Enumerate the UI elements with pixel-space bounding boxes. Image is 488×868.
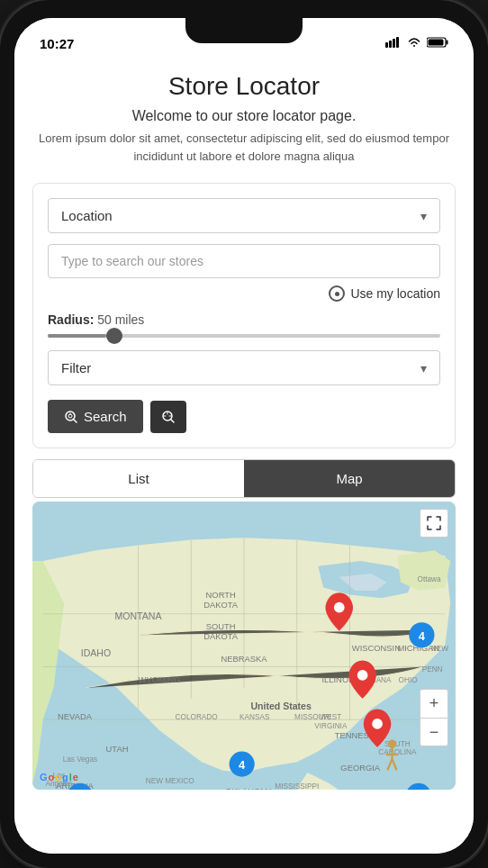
google-g2: g bbox=[62, 772, 68, 782]
map-container[interactable]: MONTANA NORTH DAKOTA SOUTH DAKOTA IDAHO … bbox=[32, 502, 456, 790]
svg-text:MISSISSIPPI: MISSISSIPPI bbox=[275, 782, 319, 790]
radius-slider[interactable] bbox=[48, 334, 440, 338]
svg-text:GEORGIA: GEORGIA bbox=[340, 763, 381, 773]
map-svg: MONTANA NORTH DAKOTA SOUTH DAKOTA IDAHO … bbox=[32, 502, 456, 790]
zoom-in-button[interactable]: + bbox=[420, 689, 448, 718]
page-subtitle: Welcome to our store locator page. bbox=[36, 108, 452, 124]
google-e: e bbox=[73, 772, 78, 782]
page-title: Store Locator bbox=[36, 72, 452, 101]
svg-text:NEBRASKA: NEBRASKA bbox=[221, 654, 267, 664]
filter-dropdown-arrow-icon: ▾ bbox=[420, 361, 427, 375]
map-pin-michigan: 4 bbox=[409, 622, 434, 647]
svg-text:WYOMING: WYOMING bbox=[139, 674, 181, 684]
svg-text:OHIO: OHIO bbox=[399, 676, 418, 684]
svg-line-8 bbox=[74, 420, 77, 422]
svg-point-70 bbox=[357, 670, 368, 681]
expand-icon bbox=[427, 516, 441, 530]
svg-text:Ottawa: Ottawa bbox=[418, 576, 441, 584]
svg-text:NEVADA: NEVADA bbox=[58, 711, 93, 721]
google-o1: o bbox=[49, 772, 55, 782]
svg-text:MONTANA: MONTANA bbox=[114, 610, 162, 621]
svg-text:NEW MEXICO: NEW MEXICO bbox=[146, 777, 194, 785]
filter-label: Filter bbox=[61, 360, 91, 375]
search-card: Location ▾ Type to search our stores Use… bbox=[32, 183, 456, 448]
google-g: G bbox=[40, 772, 48, 782]
search-magnifier-icon bbox=[64, 410, 78, 424]
svg-rect-0 bbox=[385, 42, 388, 48]
slider-track bbox=[48, 334, 106, 338]
map-expand-button[interactable] bbox=[420, 509, 448, 538]
radius-label: Radius: 50 miles bbox=[48, 312, 440, 327]
use-my-location-row: Use my location bbox=[48, 285, 440, 302]
search-buttons: Search bbox=[48, 400, 440, 433]
phone-screen: 10:27 Store Locator Welcome to our store… bbox=[14, 18, 474, 854]
svg-text:DAKOTA: DAKOTA bbox=[203, 631, 239, 641]
svg-text:IDAHO: IDAHO bbox=[81, 647, 111, 658]
svg-text:PENN: PENN bbox=[422, 665, 443, 674]
svg-text:Las Vegas: Las Vegas bbox=[63, 755, 97, 764]
location-dropdown-label: Location bbox=[61, 208, 113, 223]
svg-point-80 bbox=[388, 740, 396, 748]
svg-rect-5 bbox=[447, 40, 448, 44]
page-header: Store Locator Welcome to our store locat… bbox=[14, 58, 474, 172]
svg-text:4: 4 bbox=[419, 629, 426, 643]
svg-text:NEW: NEW bbox=[431, 645, 448, 653]
slider-thumb[interactable] bbox=[106, 328, 122, 344]
svg-point-71 bbox=[372, 719, 383, 729]
store-search-input[interactable]: Type to search our stores bbox=[48, 244, 440, 278]
status-time: 10:27 bbox=[40, 36, 74, 51]
view-tabs: List Map bbox=[32, 459, 456, 498]
svg-text:DAKOTA: DAKOTA bbox=[203, 600, 239, 610]
screen-content: Store Locator Welcome to our store locat… bbox=[14, 58, 474, 854]
svg-text:KANSAS: KANSAS bbox=[239, 713, 270, 721]
svg-text:OKLAHOMA: OKLAHOMA bbox=[225, 786, 274, 791]
notch bbox=[185, 18, 303, 43]
svg-text:COLORADO: COLORADO bbox=[176, 713, 218, 721]
location-dropdown[interactable]: Location ▾ bbox=[48, 198, 440, 233]
svg-text:4: 4 bbox=[239, 758, 246, 772]
search-icon-button[interactable] bbox=[150, 401, 186, 433]
google-logo: Google bbox=[40, 772, 78, 782]
svg-text:SOUTH: SOUTH bbox=[206, 621, 236, 631]
map-zoom-controls: + − bbox=[420, 689, 448, 746]
search-button-label: Search bbox=[84, 409, 127, 424]
crosshair-icon bbox=[329, 285, 345, 302]
svg-rect-6 bbox=[429, 39, 444, 45]
radius-value: 50 miles bbox=[97, 312, 144, 327]
map-tab[interactable]: Map bbox=[244, 460, 455, 497]
page-description: Lorem ipsum dolor sit amet, consectetur … bbox=[36, 130, 452, 165]
status-icons bbox=[385, 37, 448, 50]
radius-row: Radius: 50 miles bbox=[48, 312, 440, 338]
signal-icon bbox=[385, 37, 402, 50]
svg-text:United States: United States bbox=[250, 701, 312, 711]
svg-text:UTAH: UTAH bbox=[106, 744, 129, 754]
svg-text:WEST: WEST bbox=[320, 713, 341, 721]
search-placeholder: Type to search our stores bbox=[61, 254, 203, 268]
search-icon bbox=[161, 410, 176, 424]
google-o2: o bbox=[55, 772, 61, 782]
svg-text:NORTH: NORTH bbox=[206, 590, 236, 600]
google-l: l bbox=[69, 772, 72, 782]
radius-slider-container bbox=[48, 334, 440, 338]
search-button[interactable]: Search bbox=[48, 400, 143, 433]
svg-rect-3 bbox=[396, 37, 399, 48]
map-pin-southwest: 4 bbox=[230, 752, 255, 777]
svg-point-69 bbox=[334, 602, 345, 613]
filter-dropdown[interactable]: Filter ▾ bbox=[48, 350, 440, 385]
dropdown-arrow-icon: ▾ bbox=[420, 209, 427, 223]
zoom-out-button[interactable]: − bbox=[420, 718, 448, 746]
svg-text:WISCONSIN: WISCONSIN bbox=[352, 643, 401, 653]
phone-frame: 10:27 Store Locator Welcome to our store… bbox=[0, 0, 488, 868]
battery-icon bbox=[427, 37, 448, 50]
svg-line-12 bbox=[171, 420, 174, 422]
svg-rect-2 bbox=[393, 39, 395, 48]
wifi-icon bbox=[407, 37, 421, 50]
svg-rect-1 bbox=[389, 41, 392, 48]
svg-text:VIRGINIA: VIRGINIA bbox=[314, 722, 348, 730]
use-my-location-text[interactable]: Use my location bbox=[350, 286, 440, 301]
radius-title: Radius: bbox=[48, 312, 94, 327]
list-tab[interactable]: List bbox=[33, 460, 244, 497]
